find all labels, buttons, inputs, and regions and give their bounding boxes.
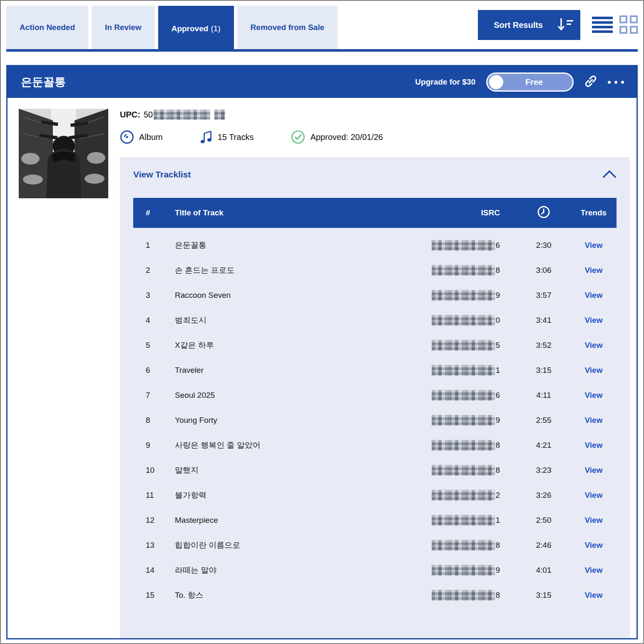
clock-icon <box>537 205 550 221</box>
view-trends-link[interactable]: View <box>585 416 603 424</box>
col-number: # <box>133 208 175 217</box>
music-note-icon <box>200 130 213 145</box>
view-trends-link[interactable]: View <box>585 441 603 449</box>
list-view-icon <box>592 16 613 35</box>
isrc-redacted-block <box>432 240 495 251</box>
track-number: 14 <box>133 566 175 575</box>
share-link-icon[interactable] <box>584 75 597 89</box>
isrc-visible-suffix: 6 <box>495 241 500 250</box>
tab-removed-from-sale[interactable]: Removed from Sale <box>237 6 338 49</box>
list-view-button[interactable] <box>592 16 613 35</box>
track-isrc: 1 <box>392 365 517 376</box>
tab-label: Action Needed <box>20 23 75 32</box>
isrc-visible-suffix: 9 <box>495 566 500 574</box>
track-number: 8 <box>133 416 175 425</box>
tab-approved[interactable]: Approved (1) <box>158 6 234 52</box>
track-title: Young Forty <box>175 416 392 425</box>
release-card-header: 은둔꼴통 Upgrade for $30 Free <box>7 66 637 98</box>
track-row: 5 X같은 하루 5 3:52 View <box>133 333 617 358</box>
track-duration: 3:23 <box>517 466 571 475</box>
collapse-tracklist-button[interactable] <box>602 170 617 180</box>
view-trends-link[interactable]: View <box>585 391 603 399</box>
dot <box>608 81 611 84</box>
view-trends-link[interactable]: View <box>585 316 603 324</box>
track-isrc: 6 <box>392 390 517 401</box>
view-trends-link[interactable]: View <box>585 491 603 499</box>
tab-label: In Review <box>105 23 142 32</box>
track-isrc: 8 <box>392 590 517 601</box>
track-duration: 4:21 <box>517 441 571 450</box>
plan-toggle[interactable]: Free <box>486 72 574 92</box>
view-mode-switcher <box>592 15 638 35</box>
view-tracklist-toggle[interactable]: View Tracklist <box>133 170 191 180</box>
sort-direction-button[interactable] <box>551 10 580 40</box>
dot <box>621 81 624 84</box>
track-row: 3 Raccoon Seven 9 3:57 View <box>133 283 617 308</box>
track-isrc: 8 <box>392 440 517 451</box>
isrc-redacted-block <box>432 465 495 476</box>
tab-in-review[interactable]: In Review <box>92 6 155 49</box>
view-trends-link[interactable]: View <box>585 266 603 275</box>
track-isrc: 5 <box>392 340 517 351</box>
track-row: 1 은둔꼴통 6 2:30 View <box>133 233 617 258</box>
track-duration: 3:57 <box>517 291 571 300</box>
view-trends-link[interactable]: View <box>585 341 603 349</box>
isrc-redacted-block <box>432 490 495 501</box>
isrc-visible-suffix: 1 <box>495 516 500 524</box>
track-row: 8 Young Forty 9 2:55 View <box>133 408 617 433</box>
col-duration <box>517 205 571 221</box>
track-number: 5 <box>133 341 175 350</box>
grid-view-button[interactable] <box>619 15 638 35</box>
isrc-visible-suffix: 6 <box>495 391 500 399</box>
track-row: 13 힙합이란 이름으로 8 2:46 View <box>133 533 617 558</box>
track-duration: 2:46 <box>517 541 571 550</box>
isrc-redacted-block <box>432 540 495 551</box>
view-trends-link[interactable]: View <box>585 241 603 250</box>
view-trends-link[interactable]: View <box>585 541 603 549</box>
track-number: 12 <box>133 516 175 525</box>
view-trends-link[interactable]: View <box>585 591 603 599</box>
isrc-redacted-block <box>432 390 495 401</box>
isrc-visible-suffix: 0 <box>495 316 500 324</box>
isrc-redacted-block <box>432 290 495 301</box>
isrc-visible-suffix: 8 <box>495 266 500 275</box>
more-options-button[interactable] <box>608 81 624 84</box>
track-duration: 3:41 <box>517 316 571 325</box>
track-number: 13 <box>133 541 175 550</box>
track-isrc: 2 <box>392 490 517 501</box>
track-title: Traveler <box>175 366 392 375</box>
track-number: 7 <box>133 391 175 400</box>
col-trends: Trends <box>571 208 617 217</box>
tab-action-needed[interactable]: Action Needed <box>6 6 88 49</box>
track-row: 12 Masterpiece 1 2:50 View <box>133 508 617 533</box>
track-title: Seoul 2025 <box>175 391 392 400</box>
track-duration: 2:50 <box>517 516 571 525</box>
track-title: Raccoon Seven <box>175 291 392 300</box>
track-row: 4 범죄도시 0 3:41 View <box>133 308 617 333</box>
toggle-knob[interactable] <box>489 75 503 89</box>
track-row: 9 사랑은 행복인 줄 알았어 8 4:21 View <box>133 433 617 458</box>
track-title: 손 흔드는 프로도 <box>175 265 392 276</box>
track-title: 은둔꼴통 <box>175 240 392 251</box>
sort-results-button[interactable]: Sort Results <box>478 10 559 40</box>
track-number: 9 <box>133 441 175 450</box>
isrc-redacted-block <box>432 415 495 426</box>
view-trends-link[interactable]: View <box>585 366 603 374</box>
track-title: 말했지 <box>175 465 392 476</box>
track-duration: 4:11 <box>517 391 571 400</box>
view-trends-link[interactable]: View <box>585 516 603 524</box>
view-trends-link[interactable]: View <box>585 466 603 474</box>
track-isrc: 8 <box>392 265 517 276</box>
track-number: 2 <box>133 266 175 275</box>
track-title: 사랑은 행복인 줄 알았어 <box>175 440 392 451</box>
track-title: 불가항력 <box>175 490 392 501</box>
isrc-visible-suffix: 9 <box>495 416 500 424</box>
release-type-label: Album <box>139 132 163 142</box>
view-trends-link[interactable]: View <box>585 566 603 574</box>
view-trends-link[interactable]: View <box>585 291 603 300</box>
track-title: To. 항스 <box>175 590 392 601</box>
plan-toggle-label: Free <box>525 77 543 87</box>
track-row: 11 불가항력 2 3:26 View <box>133 483 617 508</box>
isrc-redacted-block <box>432 515 495 526</box>
approved-check-icon <box>291 130 305 144</box>
